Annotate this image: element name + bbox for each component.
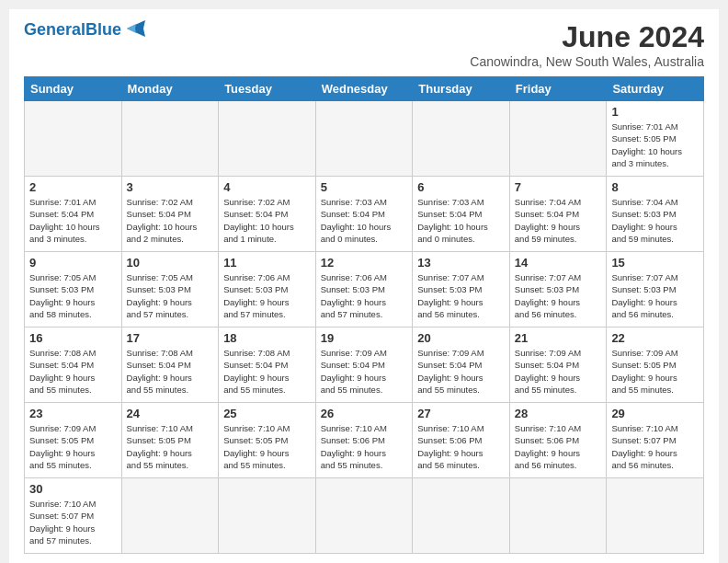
day-cell-2-3: 12Sunrise: 7:06 AM Sunset: 5:03 PM Dayli… [315, 252, 413, 327]
col-friday: Friday [509, 77, 607, 101]
day-number: 29 [611, 407, 699, 420]
day-cell-3-0: 16Sunrise: 7:08 AM Sunset: 5:04 PM Dayli… [25, 327, 122, 403]
day-info: Sunrise: 7:02 AM Sunset: 5:04 PM Dayligh… [223, 196, 311, 245]
day-info: Sunrise: 7:06 AM Sunset: 5:03 PM Dayligh… [321, 271, 408, 320]
col-monday: Monday [121, 77, 219, 101]
day-number: 18 [223, 331, 311, 345]
day-number: 21 [515, 331, 602, 345]
day-cell-0-3 [315, 101, 413, 177]
week-row-1: 2Sunrise: 7:01 AM Sunset: 5:04 PM Daylig… [25, 177, 704, 252]
day-cell-5-6 [607, 478, 704, 554]
day-info: Sunrise: 7:08 AM Sunset: 5:04 PM Dayligh… [29, 347, 117, 396]
day-info: Sunrise: 7:09 AM Sunset: 5:05 PM Dayligh… [611, 347, 699, 396]
day-cell-4-1: 24Sunrise: 7:10 AM Sunset: 5:05 PM Dayli… [121, 403, 219, 478]
day-info: Sunrise: 7:05 AM Sunset: 5:03 PM Dayligh… [127, 271, 214, 320]
day-info: Sunrise: 7:10 AM Sunset: 5:06 PM Dayligh… [321, 422, 408, 471]
day-cell-3-3: 19Sunrise: 7:09 AM Sunset: 5:04 PM Dayli… [315, 327, 413, 403]
day-cell-1-4: 6Sunrise: 7:03 AM Sunset: 5:04 PM Daylig… [413, 177, 510, 252]
day-info: Sunrise: 7:10 AM Sunset: 5:05 PM Dayligh… [223, 422, 311, 471]
day-info: Sunrise: 7:01 AM Sunset: 5:05 PM Dayligh… [611, 121, 699, 169]
day-cell-5-1 [121, 478, 219, 554]
week-row-2: 9Sunrise: 7:05 AM Sunset: 5:03 PM Daylig… [25, 252, 704, 327]
day-info: Sunrise: 7:05 AM Sunset: 5:03 PM Dayligh… [29, 271, 117, 320]
day-number: 24 [127, 407, 214, 420]
day-cell-2-4: 13Sunrise: 7:07 AM Sunset: 5:03 PM Dayli… [413, 252, 510, 327]
day-info: Sunrise: 7:10 AM Sunset: 5:07 PM Dayligh… [29, 498, 117, 546]
logo-blue: Blue [85, 20, 121, 39]
day-cell-4-0: 23Sunrise: 7:09 AM Sunset: 5:05 PM Dayli… [25, 403, 122, 478]
day-cell-1-2: 4Sunrise: 7:02 AM Sunset: 5:04 PM Daylig… [219, 177, 316, 252]
location-title: Canowindra, New South Wales, Australia [470, 54, 704, 69]
day-cell-2-2: 11Sunrise: 7:06 AM Sunset: 5:03 PM Dayli… [219, 252, 316, 327]
day-cell-4-3: 26Sunrise: 7:10 AM Sunset: 5:06 PM Dayli… [315, 403, 413, 478]
day-number: 4 [223, 180, 311, 194]
day-info: Sunrise: 7:04 AM Sunset: 5:03 PM Dayligh… [611, 196, 699, 245]
col-sunday: Sunday [25, 77, 122, 101]
day-cell-0-2 [219, 101, 316, 177]
logo: GeneralBlue [24, 20, 149, 40]
day-info: Sunrise: 7:10 AM Sunset: 5:07 PM Dayligh… [611, 422, 699, 471]
day-number: 23 [29, 407, 117, 420]
day-cell-1-3: 5Sunrise: 7:03 AM Sunset: 5:04 PM Daylig… [315, 177, 413, 252]
day-number: 27 [417, 407, 505, 420]
day-info: Sunrise: 7:09 AM Sunset: 5:05 PM Dayligh… [29, 422, 117, 471]
logo-text: GeneralBlue [24, 20, 121, 40]
day-info: Sunrise: 7:09 AM Sunset: 5:04 PM Dayligh… [417, 347, 505, 396]
day-cell-4-6: 29Sunrise: 7:10 AM Sunset: 5:07 PM Dayli… [607, 403, 704, 478]
day-number: 3 [127, 180, 214, 194]
day-number: 13 [417, 256, 505, 270]
day-info: Sunrise: 7:01 AM Sunset: 5:04 PM Dayligh… [29, 196, 117, 245]
day-cell-4-4: 27Sunrise: 7:10 AM Sunset: 5:06 PM Dayli… [413, 403, 510, 478]
logo-general: General [24, 20, 85, 39]
week-row-4: 23Sunrise: 7:09 AM Sunset: 5:05 PM Dayli… [25, 403, 704, 478]
week-row-0: 1Sunrise: 7:01 AM Sunset: 5:05 PM Daylig… [25, 101, 704, 177]
day-info: Sunrise: 7:09 AM Sunset: 5:04 PM Dayligh… [515, 347, 602, 396]
day-number: 6 [417, 180, 505, 194]
day-cell-0-6: 1Sunrise: 7:01 AM Sunset: 5:05 PM Daylig… [607, 101, 704, 177]
day-cell-2-0: 9Sunrise: 7:05 AM Sunset: 5:03 PM Daylig… [25, 252, 122, 327]
header: GeneralBlue June 2024 Canowindra, New So… [24, 20, 704, 69]
day-number: 14 [515, 256, 602, 270]
day-number: 10 [127, 256, 214, 270]
day-cell-1-6: 8Sunrise: 7:04 AM Sunset: 5:03 PM Daylig… [607, 177, 704, 252]
day-number: 17 [127, 331, 214, 345]
col-tuesday: Tuesday [219, 77, 316, 101]
day-number: 28 [515, 407, 602, 420]
day-number: 16 [29, 331, 117, 345]
day-number: 26 [321, 407, 408, 420]
day-cell-1-5: 7Sunrise: 7:04 AM Sunset: 5:04 PM Daylig… [509, 177, 607, 252]
day-info: Sunrise: 7:07 AM Sunset: 5:03 PM Dayligh… [611, 271, 699, 320]
day-cell-5-0: 30Sunrise: 7:10 AM Sunset: 5:07 PM Dayli… [25, 478, 122, 554]
day-number: 2 [29, 180, 117, 194]
day-number: 1 [611, 105, 699, 119]
day-info: Sunrise: 7:10 AM Sunset: 5:05 PM Dayligh… [127, 422, 214, 471]
day-cell-3-5: 21Sunrise: 7:09 AM Sunset: 5:04 PM Dayli… [509, 327, 607, 403]
day-cell-1-1: 3Sunrise: 7:02 AM Sunset: 5:04 PM Daylig… [121, 177, 219, 252]
day-cell-3-2: 18Sunrise: 7:08 AM Sunset: 5:04 PM Dayli… [219, 327, 316, 403]
title-block: June 2024 Canowindra, New South Wales, A… [470, 20, 704, 69]
day-number: 30 [29, 482, 117, 496]
day-cell-1-0: 2Sunrise: 7:01 AM Sunset: 5:04 PM Daylig… [25, 177, 122, 252]
day-info: Sunrise: 7:08 AM Sunset: 5:04 PM Dayligh… [223, 347, 311, 396]
week-row-3: 16Sunrise: 7:08 AM Sunset: 5:04 PM Dayli… [25, 327, 704, 403]
day-cell-4-2: 25Sunrise: 7:10 AM Sunset: 5:05 PM Dayli… [219, 403, 316, 478]
day-cell-0-1 [121, 101, 219, 177]
col-wednesday: Wednesday [315, 77, 413, 101]
day-cell-3-6: 22Sunrise: 7:09 AM Sunset: 5:05 PM Dayli… [607, 327, 704, 403]
day-number: 22 [611, 331, 699, 345]
day-info: Sunrise: 7:09 AM Sunset: 5:04 PM Dayligh… [321, 347, 408, 396]
day-info: Sunrise: 7:02 AM Sunset: 5:04 PM Dayligh… [127, 196, 214, 245]
col-thursday: Thursday [413, 77, 510, 101]
day-number: 11 [223, 256, 311, 270]
day-number: 8 [611, 180, 699, 194]
day-cell-4-5: 28Sunrise: 7:10 AM Sunset: 5:06 PM Dayli… [509, 403, 607, 478]
day-info: Sunrise: 7:07 AM Sunset: 5:03 PM Dayligh… [515, 271, 602, 320]
day-number: 25 [223, 407, 311, 420]
day-number: 15 [611, 256, 699, 270]
day-info: Sunrise: 7:10 AM Sunset: 5:06 PM Dayligh… [417, 422, 505, 471]
day-info: Sunrise: 7:07 AM Sunset: 5:03 PM Dayligh… [417, 271, 505, 320]
day-cell-0-4 [413, 101, 510, 177]
week-row-5: 30Sunrise: 7:10 AM Sunset: 5:07 PM Dayli… [25, 478, 704, 554]
day-cell-0-5 [509, 101, 607, 177]
day-cell-3-1: 17Sunrise: 7:08 AM Sunset: 5:04 PM Dayli… [121, 327, 219, 403]
